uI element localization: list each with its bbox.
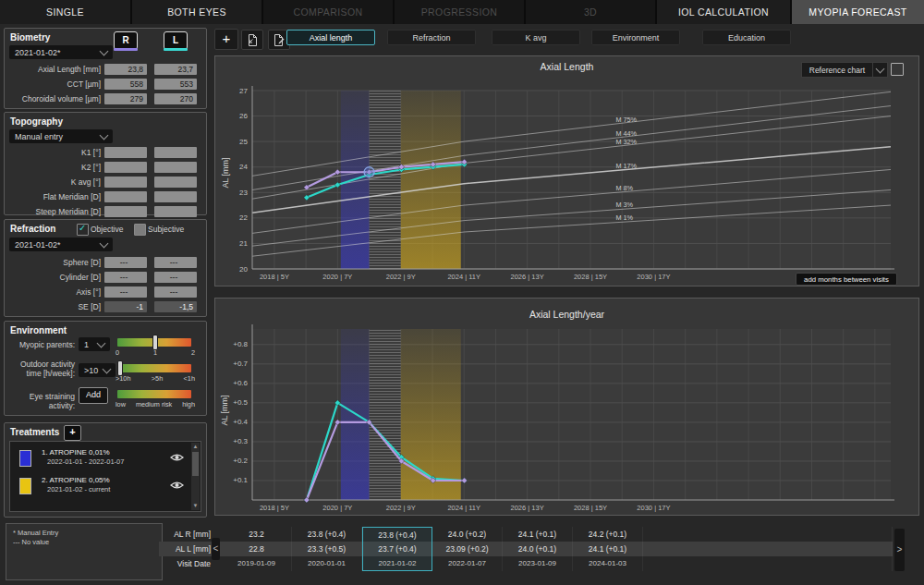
myopic-parents-select[interactable]: 1 [79,337,110,351]
choroidal-r-field[interactable]: 279 [104,93,147,104]
nav-both-eyes[interactable]: BOTH EYES [132,0,261,24]
kavg-label: K avg [°] [6,177,101,187]
myopic-parents-slider[interactable] [117,338,191,347]
scroll-down-icon[interactable]: ▼ [191,502,200,510]
treatment-item[interactable]: 1. ATROPINE 0,01% 2022-01-01 - 2022-01-0… [12,445,188,471]
steep-meridian-r-field[interactable] [104,206,147,217]
nav-progression[interactable]: PROGRESSION [395,0,524,24]
table-cell[interactable]: 24.2 (+0.1) [573,527,643,542]
visit-date-cell[interactable]: 2020-01-01 [292,556,362,571]
biometry-visit-dropdown[interactable]: 2021-01-02* [9,45,113,59]
choroidal-volume-label: Choroidal volume [µm] [6,94,101,104]
nav-myopia-forecast[interactable]: MYOPIA FORECAST [792,0,924,24]
subjective-checkbox[interactable] [134,224,146,236]
cylinder-l-field[interactable]: --- [154,272,197,283]
tab-axial-length[interactable]: Axial length [286,30,375,45]
cylinder-r-field[interactable]: --- [104,272,147,283]
k2-l-field[interactable] [154,162,197,173]
visit-date-cell[interactable]: 2019-01-09 [222,556,292,571]
table-cell-selected[interactable]: 23.8 (+0.4) [362,527,432,542]
objective-checkbox[interactable] [77,224,89,236]
refraction-title: Refraction [10,224,55,234]
visibility-eye-icon[interactable] [170,452,184,463]
nav-3d[interactable]: 3D [526,0,655,24]
reference-chart-dropdown[interactable]: Reference chart [801,62,873,78]
visit-date-cell[interactable]: 2023-01-09 [503,556,573,571]
left-eye-button[interactable]: L [164,31,188,50]
add-treatment-button[interactable]: + [64,425,81,441]
table-scroll-right[interactable]: > [894,529,905,571]
table-cell[interactable]: 24.0 (+0.2) [432,527,503,542]
outdoor-activity-slider[interactable] [117,364,191,372]
table-cell[interactable]: 23.8 (+0.4) [292,527,362,542]
treatment-item[interactable]: 2. ATROPINE 0,05% 2021-01-02 - current [12,472,188,499]
flat-meridian-r-field[interactable] [104,191,147,202]
biometry-visit-value: 2021-01-02* [15,48,61,57]
flat-meridian-l-field[interactable] [154,191,197,202]
table-cell[interactable]: 24.0 (+0.1) [503,542,573,556]
sphere-l-field[interactable]: --- [154,257,197,268]
table-cell[interactable]: 24.1 (+0.1) [573,542,643,556]
biometry-title: Biometry [10,32,50,43]
table-scroll-left[interactable]: < [212,538,220,560]
scroll-up-icon[interactable]: ▲ [191,443,200,451]
visit-date-cell[interactable]: 2022-01-07 [432,556,503,571]
axial-length-l-field[interactable]: 23,7 [154,64,197,75]
table-cell-selected[interactable]: 23.7 (+0.4) [362,542,432,556]
treatments-scrollbar[interactable]: ▲ ▼ [191,443,200,510]
outdoor-activity-select[interactable]: >10 [79,363,116,377]
scrollbar-thumb[interactable] [192,452,199,476]
tab-environment[interactable]: Environment [591,30,680,45]
table-cell[interactable]: 23.2 [222,527,292,542]
refraction-visit-dropdown[interactable]: 2021-01-02* [9,238,113,251]
steep-meridian-l-field[interactable] [154,206,197,217]
table-cell[interactable]: 24.1 (+0.1) [503,527,573,542]
axial-length-year-chart[interactable]: +0.1+0.2+0.3+0.4+0.5+0.6+0.7+0.82018 | 5… [215,299,918,515]
reference-chart-checkbox[interactable] [891,63,904,76]
add-visit-button[interactable]: + [214,29,238,50]
visit-date-cell-selected[interactable]: 2021-01-02 [362,556,432,571]
kavg-l-field[interactable] [154,177,197,188]
svg-text:24: 24 [239,163,248,171]
topography-source-value: Manual entry [15,132,63,141]
axial-length-r-field[interactable]: 23,8 [104,64,147,75]
table-cell[interactable]: 22.8 [222,542,292,556]
svg-text:26: 26 [239,112,248,120]
cct-l-field[interactable]: 553 [154,79,197,90]
axis-r-field[interactable]: --- [104,286,147,298]
se-l-field[interactable]: -1,5 [154,301,197,312]
k1-r-field[interactable] [104,147,147,158]
k1-l-field[interactable] [154,147,197,158]
axial-length-label: Axial Length [mm] [6,65,101,74]
visibility-eye-icon[interactable] [170,480,184,491]
svg-text:M 32%: M 32% [615,138,637,146]
kavg-r-field[interactable] [104,177,147,188]
nav-comparison[interactable]: COMPARISON [263,0,393,24]
axis-l-field[interactable]: --- [154,286,197,298]
table-cell[interactable]: 23.3 (+0.5) [292,542,362,556]
tab-refraction[interactable]: Refraction [387,30,476,45]
k2-r-field[interactable] [104,162,147,173]
visit-date-cell[interactable]: 2024-01-03 [573,556,643,571]
reference-chart-chevron[interactable] [872,62,888,78]
report-download-icon[interactable] [241,30,263,50]
chevron-down-icon [97,338,106,347]
nav-iol-calculation[interactable]: IOL CALCULATION [657,0,790,24]
axial-length-chart[interactable]: 2021222324252627M 75%M 44%M 32%M 17%M 8%… [215,56,918,286]
chevron-down-icon [100,238,109,248]
nav-single[interactable]: SINGLE [0,0,130,24]
tab-education[interactable]: Education [702,30,791,45]
choroidal-l-field[interactable]: 270 [154,93,197,104]
treatment-name: 1. ATROPINE 0,01% [42,448,110,457]
svg-text:M 8%: M 8% [615,184,633,192]
add-activity-button[interactable]: Add [79,387,108,404]
biometry-panel: Biometry R L 2021-01-02* Axial Length [m… [4,28,207,109]
tab-k-avg[interactable]: K avg [492,30,580,45]
sphere-r-field[interactable]: --- [104,257,147,268]
add-months-button[interactable]: add months between visits [796,273,897,286]
se-r-field[interactable]: -1 [104,301,147,312]
cct-r-field[interactable]: 558 [104,79,147,90]
right-eye-button[interactable]: R [114,31,138,50]
table-cell[interactable]: 23.09 (+0.2) [432,542,503,556]
topography-source-dropdown[interactable]: Manual entry [9,129,113,143]
